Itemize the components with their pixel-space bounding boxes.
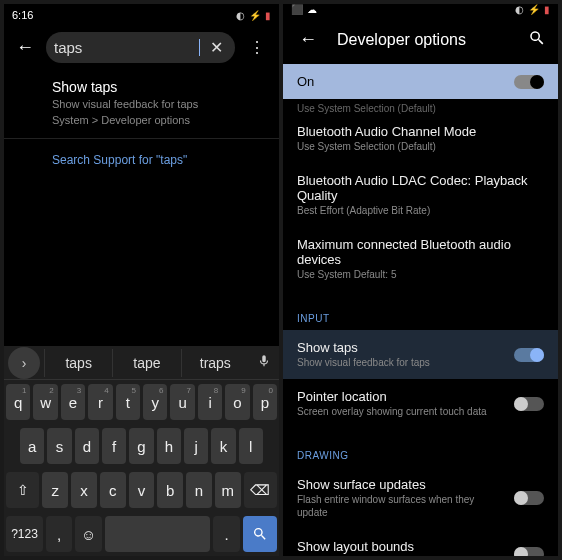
key-t[interactable]: t5 xyxy=(116,384,140,420)
key-row-1: q1w2e3r4t5y6u7i8o9p0 xyxy=(4,380,279,424)
result-sub: Show visual feedback for taps xyxy=(52,97,263,112)
setting-row[interactable]: Maximum connected Bluetooth audio device… xyxy=(283,227,558,291)
key-e[interactable]: e3 xyxy=(61,384,85,420)
on-label: On xyxy=(297,74,504,89)
search-input[interactable]: taps xyxy=(54,39,200,56)
key-row-4: ?123 , ☺ . xyxy=(4,512,279,556)
suggestion-1[interactable]: taps xyxy=(44,349,112,377)
master-toggle[interactable] xyxy=(514,75,544,89)
status-time: 6:16 xyxy=(12,9,33,21)
setting-row[interactable]: Bluetooth Audio Channel ModeUse System S… xyxy=(283,114,558,163)
search-result[interactable]: Show taps Show visual feedback for taps … xyxy=(4,69,279,139)
key-u[interactable]: u7 xyxy=(170,384,194,420)
shift-key[interactable]: ⇧ xyxy=(6,472,39,508)
suggestion-3[interactable]: traps xyxy=(181,349,249,377)
key-y[interactable]: y6 xyxy=(143,384,167,420)
toggle[interactable] xyxy=(514,397,544,411)
setting-title: Show layout bounds xyxy=(297,539,504,554)
setting-sub: Screen overlay showing current touch dat… xyxy=(297,405,504,418)
phone-left: 6:16 ◐⚡▮ ← taps ✕ ⋮ Show taps Show visua… xyxy=(4,4,279,556)
setting-sub: Use System Default: 5 xyxy=(297,268,544,281)
key-i[interactable]: i8 xyxy=(198,384,222,420)
search-box[interactable]: taps ✕ xyxy=(46,32,235,63)
key-q[interactable]: q1 xyxy=(6,384,30,420)
key-row-3: ⇧zxcvbnm⌫ xyxy=(4,468,279,512)
toggle[interactable] xyxy=(514,348,544,362)
setting-title: Bluetooth Audio Channel Mode xyxy=(297,124,544,139)
phone-right: ⬛☁ ◐⚡▮ ← Developer options On Use System… xyxy=(283,4,558,556)
setting-title: Maximum connected Bluetooth audio device… xyxy=(297,237,544,267)
setting-sub: Show visual feedback for taps xyxy=(297,356,504,369)
comma-key[interactable]: , xyxy=(46,516,72,552)
back-arrow-icon[interactable]: ← xyxy=(12,33,38,62)
key-z[interactable]: z xyxy=(42,472,68,508)
key-row-2: asdfghjkl xyxy=(4,424,279,468)
search-key[interactable] xyxy=(243,516,277,552)
page-title: Developer options xyxy=(337,31,512,49)
key-d[interactable]: d xyxy=(75,428,99,464)
setting-row[interactable]: Show surface updatesFlash entire window … xyxy=(283,467,558,529)
content-area xyxy=(4,181,279,346)
key-b[interactable]: b xyxy=(157,472,183,508)
key-s[interactable]: s xyxy=(47,428,71,464)
backspace-key[interactable]: ⌫ xyxy=(244,472,277,508)
result-title: Show taps xyxy=(52,79,263,95)
mic-icon[interactable] xyxy=(249,354,279,371)
setting-sub: Flash entire window surfaces when they u… xyxy=(297,493,504,519)
key-h[interactable]: h xyxy=(157,428,181,464)
key-f[interactable]: f xyxy=(102,428,126,464)
key-v[interactable]: v xyxy=(129,472,155,508)
result-path: System > Developer options xyxy=(52,114,263,126)
search-header: ← taps ✕ ⋮ xyxy=(4,26,279,69)
setting-sub: Best Effort (Adaptive Bit Rate) xyxy=(297,204,544,217)
key-m[interactable]: m xyxy=(215,472,241,508)
setting-sub: Use System Selection (Default) xyxy=(297,140,544,153)
setting-row[interactable]: Show tapsShow visual feedback for taps xyxy=(283,330,558,379)
key-a[interactable]: a xyxy=(20,428,44,464)
key-w[interactable]: w2 xyxy=(33,384,57,420)
key-j[interactable]: j xyxy=(184,428,208,464)
setting-row[interactable]: Bluetooth Audio LDAC Codec: Playback Qua… xyxy=(283,163,558,227)
status-icons: ◐⚡▮ xyxy=(236,10,271,21)
period-key[interactable]: . xyxy=(213,516,239,552)
setting-row[interactable]: Show layout boundsShow clip bounds, marg… xyxy=(283,529,558,556)
clear-icon[interactable]: ✕ xyxy=(206,38,227,57)
toggle[interactable] xyxy=(514,491,544,505)
key-g[interactable]: g xyxy=(129,428,153,464)
toggle[interactable] xyxy=(514,547,544,557)
cutoff-text: Use System Selection (Default) xyxy=(283,99,558,114)
key-o[interactable]: o9 xyxy=(225,384,249,420)
key-r[interactable]: r4 xyxy=(88,384,112,420)
key-x[interactable]: x xyxy=(71,472,97,508)
section-input: INPUT xyxy=(283,299,558,330)
setting-title: Pointer location xyxy=(297,389,504,404)
dev-header: ← Developer options xyxy=(283,15,558,64)
setting-title: Bluetooth Audio LDAC Codec: Playback Qua… xyxy=(297,173,544,203)
chevron-right-icon[interactable]: › xyxy=(8,347,40,379)
setting-row[interactable]: Pointer locationScreen overlay showing c… xyxy=(283,379,558,428)
setting-title: Show surface updates xyxy=(297,477,504,492)
spacebar-key[interactable] xyxy=(105,516,211,552)
setting-title: Show taps xyxy=(297,340,504,355)
section-drawing: DRAWING xyxy=(283,436,558,467)
more-icon[interactable]: ⋮ xyxy=(243,38,271,57)
key-n[interactable]: n xyxy=(186,472,212,508)
symbols-key[interactable]: ?123 xyxy=(6,516,43,552)
status-bar: ⬛☁ ◐⚡▮ xyxy=(283,4,558,15)
suggestion-2[interactable]: tape xyxy=(112,349,180,377)
emoji-key[interactable]: ☺ xyxy=(75,516,101,552)
setting-sub: Show clip bounds, margins, etc. xyxy=(297,555,504,556)
key-l[interactable]: l xyxy=(239,428,263,464)
support-link[interactable]: Search Support for "taps" xyxy=(4,139,279,181)
status-bar: 6:16 ◐⚡▮ xyxy=(4,4,279,26)
search-icon[interactable] xyxy=(528,29,546,51)
keyboard: › taps tape traps q1w2e3r4t5y6u7i8o9p0 a… xyxy=(4,346,279,556)
back-arrow-icon[interactable]: ← xyxy=(295,25,321,54)
master-toggle-row[interactable]: On xyxy=(283,64,558,99)
suggestion-row: › taps tape traps xyxy=(4,346,279,380)
key-p[interactable]: p0 xyxy=(253,384,277,420)
key-k[interactable]: k xyxy=(211,428,235,464)
key-c[interactable]: c xyxy=(100,472,126,508)
